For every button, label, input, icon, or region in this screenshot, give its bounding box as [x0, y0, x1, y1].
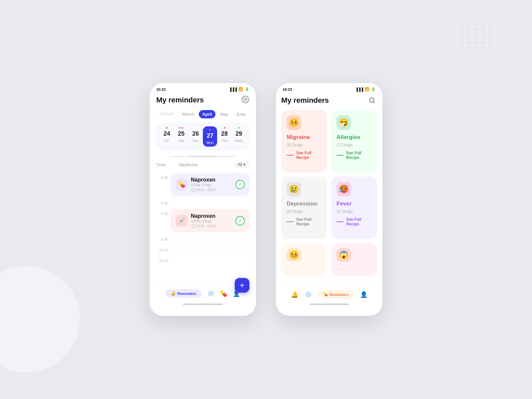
date-25[interactable]: 25 Sat [174, 126, 188, 147]
month-tab-april[interactable]: April [199, 110, 215, 118]
medicine-card-2[interactable]: 💉 Naproxen 4 Pills (7mg) 🕗 08:00 - 09:00… [171, 209, 249, 232]
medicine-dose-2: 4 Pills (7mg) [191, 219, 232, 223]
status-time-left: 10:23 [156, 87, 166, 91]
snowflake-icon-left: ❄️ [207, 290, 214, 297]
nav-snowflake-left[interactable]: ❄️ [207, 290, 214, 297]
month-tabs: February March April May June July Aug..… [156, 110, 249, 118]
allergies-name: Allergies [336, 134, 372, 141]
wifi-icon-right: 📶 [365, 87, 369, 91]
signal-icon-right: ▐▐▐ [355, 87, 363, 91]
card5-emoji: 🤒 [287, 248, 301, 262]
card5-name: ... [287, 266, 322, 271]
nav-reminders-left[interactable]: 🔔 Reminders [166, 289, 201, 298]
time-slot-1030: 10:30 [156, 255, 249, 265]
right-phone: 10:23 ▐▐▐ 📶 🔋 My reminders [276, 83, 382, 316]
phones-container: 10:23 ▐▐▐ 📶 🔋 My reminders Febr [150, 83, 382, 316]
time-slot-900: 9:00 💉 Naproxen 4 Pills (7mg) 🕗 08:00 - … [156, 208, 249, 233]
table-header: Time Medecine All ▾ [156, 161, 249, 168]
battery-icon-right: 🔋 [371, 87, 376, 91]
add-reminder-button[interactable]: + [235, 278, 249, 293]
status-icons-left: ▐▐▐ 📶 🔋 [229, 87, 249, 91]
month-tab-february[interactable]: February [156, 110, 178, 118]
fever-drugs: 32 Drugs [336, 209, 372, 214]
migraine-drugs: 32 Drugs [287, 143, 322, 147]
search-button[interactable] [367, 95, 377, 105]
date-24[interactable]: 24 Fri [160, 126, 174, 147]
status-bar-left: 10:23 ▐▐▐ 📶 🔋 [150, 83, 256, 93]
allergies-emoji: 🤧 [336, 115, 351, 130]
nav-snowflake-right[interactable]: ❄️ [305, 291, 312, 298]
time-slot-830: 8:30 [156, 197, 249, 208]
condition-card-depression[interactable]: 😢 Depression 32 Drugs See Full Recipe [281, 177, 327, 239]
svg-point-0 [244, 98, 246, 100]
bell-icon-left: 🔔 [171, 291, 176, 296]
timeline: 8:00 💊 Naproxen 4 Pills (7mg) 🕗 08:00 - … [156, 172, 249, 286]
condition-card-6[interactable]: 😱 ... [331, 243, 377, 276]
migraine-recipe[interactable]: See Full Recipe [287, 151, 322, 160]
col-medicine: Medecine [179, 162, 198, 167]
medicine-dose-1: 4 Pills (7mg) [191, 183, 232, 187]
fever-emoji: 🥵 [336, 182, 351, 197]
depression-name: Depression [287, 200, 322, 207]
medicine-name-2: Naproxen [191, 213, 232, 219]
medicine-name-1: Naproxen [191, 177, 232, 183]
time-slot-800: 8:00 💊 Naproxen 4 Pills (7mg) 🕗 08:00 - … [156, 172, 249, 197]
depression-recipe[interactable]: See Full Recipe [287, 217, 322, 226]
profile-icon-right: 👤 [360, 291, 367, 298]
svg-point-1 [370, 98, 374, 102]
status-icons-right: ▐▐▐ 📶 🔋 [355, 87, 376, 91]
allergies-recipe[interactable]: See Full Recipe [336, 151, 372, 160]
nav-pill-left[interactable]: 💊 [220, 290, 227, 297]
depression-emoji: 😢 [287, 182, 301, 197]
condition-card-fever[interactable]: 🥵 Fever 32 Drugs See Full Recipe [331, 177, 377, 239]
month-tab-june[interactable]: June [233, 110, 249, 118]
check-button-1[interactable]: ✓ [235, 180, 245, 189]
bg-dots-decoration [450, 27, 505, 46]
snowflake-icon-right: ❄️ [305, 291, 312, 298]
signal-icon: ▐▐▐ [229, 87, 237, 91]
left-phone: 10:23 ▐▐▐ 📶 🔋 My reminders Febr [150, 83, 256, 316]
status-time-right: 10:23 [283, 87, 292, 91]
home-indicator-left [183, 304, 223, 305]
date-picker: 24 Fri 25 Sat 26 Sun 27 Mon [156, 122, 249, 151]
conditions-grid: 🤒 Migraine 32 Drugs See Full Recipe 🤧 Al… [281, 110, 377, 284]
medicine-icon-1: 💊 [176, 179, 188, 191]
card6-name: ... [336, 266, 372, 271]
nav-reminders-right[interactable]: 💊 Reminders [318, 290, 354, 299]
migraine-emoji: 🤒 [287, 115, 301, 130]
bg-decoration-left [0, 266, 80, 372]
col-time: Time [156, 162, 166, 167]
pill-icon-right: 💊 [323, 292, 328, 297]
fever-recipe[interactable]: See Full Recipe [336, 217, 372, 226]
nav-profile-right[interactable]: 👤 [360, 291, 367, 298]
time-slot-930: 9:30 [156, 233, 249, 244]
right-header: My reminders [281, 95, 377, 105]
battery-icon: 🔋 [245, 87, 249, 91]
month-tab-may[interactable]: May [217, 110, 232, 118]
date-27-selected[interactable]: 27 Mon [203, 126, 217, 147]
date-28[interactable]: 28 Tue [217, 126, 231, 147]
migraine-name: Migraine [287, 134, 322, 141]
filter-button[interactable]: All ▾ [234, 161, 249, 168]
medicine-icon-2: 💉 [176, 215, 188, 227]
medicine-card-1[interactable]: 💊 Naproxen 4 Pills (7mg) 🕗 08:00 - 09:00… [171, 173, 249, 196]
date-29[interactable]: 29 Wed [232, 126, 246, 147]
medicine-time-1: 🕗 08:00 - 09:00 [191, 188, 232, 192]
depression-drugs: 32 Drugs [287, 209, 322, 214]
settings-button[interactable] [241, 95, 249, 105]
status-bar-right: 10:23 ▐▐▐ 📶 🔋 [276, 83, 382, 93]
chevron-icon: ▾ [243, 162, 245, 167]
month-tab-march[interactable]: March [179, 110, 198, 118]
scroll-indicator [170, 156, 236, 157]
fever-name: Fever [336, 200, 372, 207]
right-page-title: My reminders [281, 96, 329, 105]
condition-card-5[interactable]: 🤒 ... [281, 243, 327, 276]
condition-card-migraine[interactable]: 🤒 Migraine 32 Drugs See Full Recipe [281, 110, 327, 173]
check-button-2[interactable]: ✓ [235, 216, 245, 225]
time-slot-1000: 10:00 [156, 244, 249, 255]
condition-card-allergies[interactable]: 🤧 Allergies 23 Drugs See Full Recipe [331, 110, 377, 173]
right-bottom-nav: 🔔 ❄️ 💊 Reminders 👤 [281, 286, 377, 302]
wifi-icon: 📶 [238, 87, 243, 91]
date-26[interactable]: 26 Sun [189, 126, 203, 147]
nav-bell-right[interactable]: 🔔 [291, 291, 298, 298]
